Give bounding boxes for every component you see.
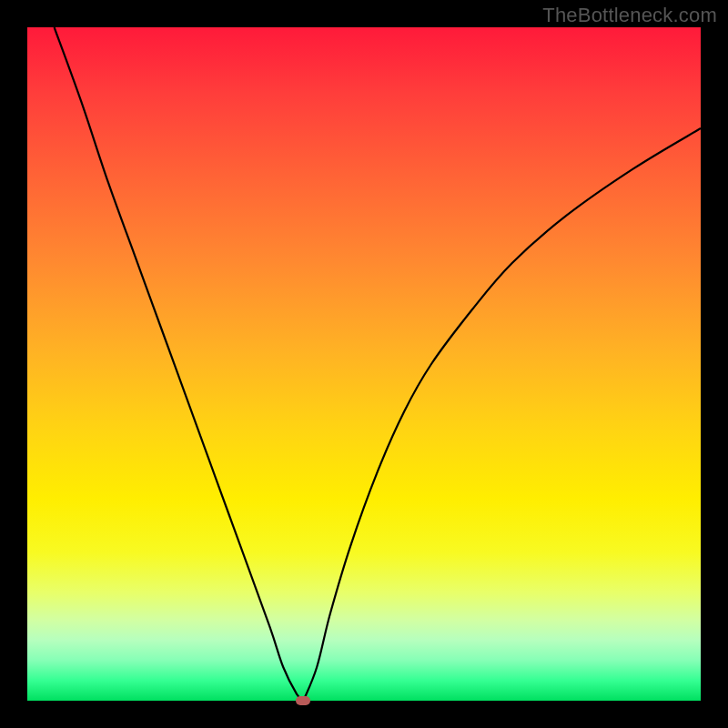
- optimal-point-marker: [296, 696, 310, 705]
- curve-left-branch: [55, 27, 304, 701]
- watermark-text: TheBottleneck.com: [542, 4, 717, 27]
- curve-right-branch: [303, 128, 701, 701]
- chart-plot-area: [27, 27, 701, 701]
- bottleneck-curve: [27, 27, 701, 701]
